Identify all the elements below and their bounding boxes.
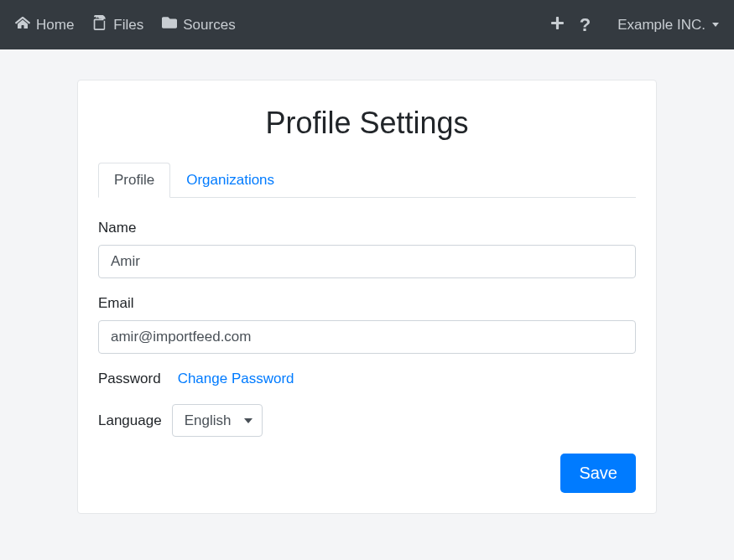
nav-right: ? Example INC. [550, 14, 719, 36]
tab-profile[interactable]: Profile [98, 163, 170, 198]
language-label: Language [98, 412, 162, 429]
name-label: Name [98, 220, 636, 236]
save-button[interactable]: Save [560, 454, 636, 493]
settings-card: Profile Settings Profile Organizations N… [77, 80, 657, 514]
change-password-link[interactable]: Change Password [178, 371, 294, 387]
add-button[interactable] [550, 15, 565, 34]
page-title: Profile Settings [98, 106, 636, 141]
chevron-down-icon [712, 23, 719, 27]
language-row: Language English [98, 404, 636, 437]
files-icon [92, 15, 107, 34]
org-dropdown[interactable]: Example INC. [617, 17, 719, 34]
form-actions: Save [98, 454, 636, 493]
nav-files[interactable]: Files [92, 15, 143, 34]
folder-icon [162, 15, 177, 34]
nav-sources[interactable]: Sources [162, 15, 235, 34]
tabs: Profile Organizations [98, 163, 636, 198]
name-input[interactable] [98, 245, 636, 278]
email-group: Email [98, 295, 636, 354]
plus-icon [550, 15, 565, 34]
tab-organizations[interactable]: Organizations [170, 163, 290, 198]
question-icon: ? [580, 14, 591, 36]
language-select[interactable]: English [172, 404, 263, 437]
nav-files-label: Files [113, 17, 143, 34]
nav-left: Home Files Sources [15, 15, 236, 34]
home-icon [15, 15, 30, 34]
help-button[interactable]: ? [580, 14, 591, 36]
nav-home[interactable]: Home [15, 15, 74, 34]
email-input[interactable] [98, 320, 636, 354]
name-group: Name [98, 220, 636, 278]
password-label: Password [98, 371, 161, 387]
language-select-wrap: English [172, 404, 263, 437]
nav-sources-label: Sources [183, 17, 235, 34]
nav-home-label: Home [36, 17, 74, 34]
org-name: Example INC. [617, 17, 705, 34]
navbar: Home Files Sources ? Example INC. [0, 0, 734, 49]
email-label: Email [98, 295, 636, 312]
main-container: Profile Settings Profile Organizations N… [0, 49, 734, 514]
password-row: Password Change Password [98, 371, 636, 387]
